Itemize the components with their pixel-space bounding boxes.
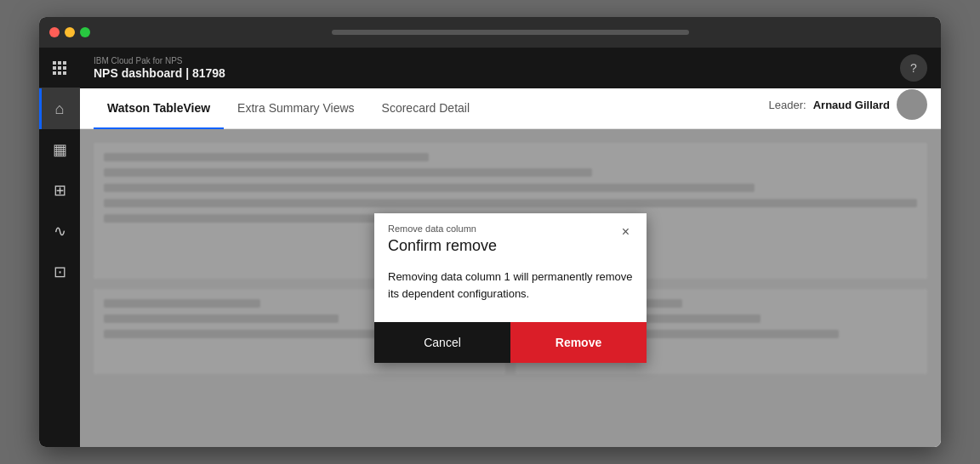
- app-title-label: NPS dashboard | 81798: [94, 66, 225, 81]
- modal-footer: Cancel Remove: [374, 322, 647, 363]
- activity-icon: ∿: [54, 224, 66, 239]
- modal-body: Removing data column 1 will permanently …: [374, 262, 647, 322]
- sidebar-item-groups[interactable]: ⊞: [39, 170, 80, 211]
- leader-info: Leader: Arnaud Gillard: [769, 89, 927, 120]
- maximize-window-button[interactable]: [80, 27, 90, 37]
- modal-close-button[interactable]: ×: [618, 224, 633, 240]
- tab-scorecard-detail[interactable]: Scorecard Detail: [368, 88, 484, 129]
- modal-overlay: Remove data column Confirm remove × Remo…: [80, 129, 941, 447]
- app-window: ⌂ ▦ ⊞ ∿ ⊡ IBM Cloud Pak: [39, 17, 941, 447]
- confirm-remove-modal: Remove data column Confirm remove × Remo…: [374, 213, 647, 363]
- work-icon: ⊡: [54, 264, 66, 280]
- help-button[interactable]: ?: [900, 54, 927, 82]
- app-category-label: IBM Cloud Pak for NPS: [94, 56, 225, 66]
- modal-header-text: Remove data column Confirm remove: [388, 224, 497, 255]
- app-name: IBM Cloud Pak for NPS NPS dashboard | 81…: [94, 56, 225, 81]
- app-body: ⌂ ▦ ⊞ ∿ ⊡ IBM Cloud Pak: [39, 48, 941, 447]
- cancel-button[interactable]: Cancel: [374, 322, 510, 363]
- remove-button[interactable]: Remove: [510, 322, 647, 363]
- tab-watson-tableview[interactable]: Watson TableView: [94, 88, 224, 129]
- app-switcher-button[interactable]: [39, 48, 80, 88]
- group-icon: ⊞: [54, 183, 66, 198]
- sidebar: ⌂ ▦ ⊞ ∿ ⊡: [39, 48, 80, 447]
- window-controls: [49, 27, 90, 37]
- leader-name: Arnaud Gillard: [813, 99, 890, 111]
- modal-subtitle: Remove data column: [388, 224, 497, 234]
- sidebar-item-home[interactable]: ⌂: [39, 88, 80, 129]
- main-content: IBM Cloud Pak for NPS NPS dashboard | 81…: [80, 48, 941, 447]
- title-bar: [39, 17, 941, 48]
- modal-title: Confirm remove: [388, 237, 497, 255]
- home-icon: ⌂: [55, 101, 65, 116]
- title-bar-bar: [332, 30, 689, 35]
- top-bar: IBM Cloud Pak for NPS NPS dashboard | 81…: [80, 48, 941, 88]
- sidebar-item-analytics[interactable]: ▦: [39, 129, 80, 170]
- modal-header: Remove data column Confirm remove ×: [374, 213, 647, 262]
- chart-icon: ▦: [53, 142, 67, 157]
- close-window-button[interactable]: [49, 27, 60, 37]
- leader-label: Leader:: [769, 99, 806, 111]
- tabs-bar: Watson TableView Extra Summary Views Sco…: [80, 88, 941, 129]
- grid-icon: [53, 61, 66, 75]
- sidebar-item-work[interactable]: ⊡: [39, 252, 80, 292]
- sidebar-nav: ⌂ ▦ ⊞ ∿ ⊡: [39, 88, 80, 447]
- sidebar-item-activity[interactable]: ∿: [39, 211, 80, 252]
- tab-extra-summary-views[interactable]: Extra Summary Views: [224, 88, 368, 129]
- minimize-window-button[interactable]: [65, 27, 75, 37]
- avatar: [897, 89, 927, 120]
- content-area: Remove data column Confirm remove × Remo…: [80, 129, 941, 447]
